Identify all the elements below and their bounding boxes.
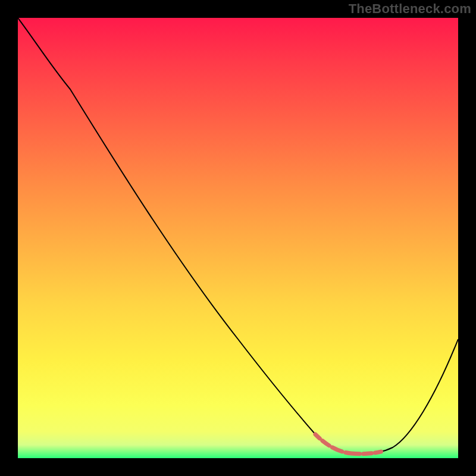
highlight-segment — [315, 434, 393, 454]
watermark-label: TheBottleneck.com — [349, 1, 471, 17]
plot-area — [18, 18, 458, 458]
chart-frame: TheBottleneck.com — [0, 0, 476, 476]
bottleneck-curve — [18, 18, 458, 454]
curve-layer — [18, 18, 458, 458]
